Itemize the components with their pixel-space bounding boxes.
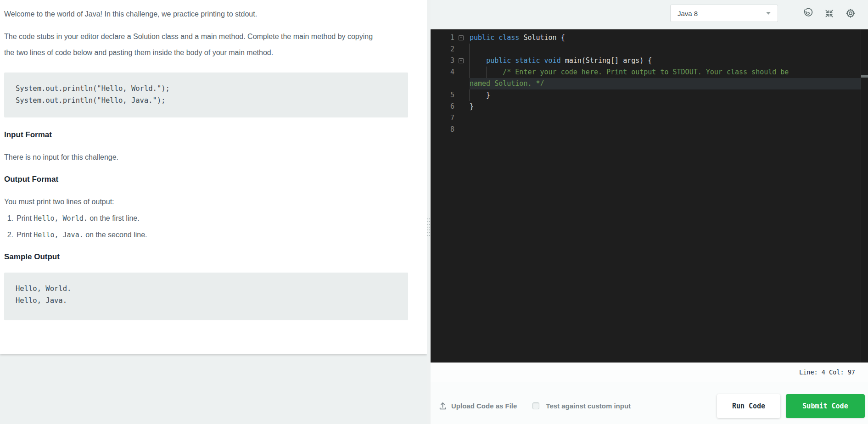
chevron-down-icon xyxy=(766,12,771,15)
list-item-text: Print Hello, World. on the first line. xyxy=(17,214,140,223)
gutter: 6 xyxy=(431,101,470,112)
output-format-intro: You must print two lines of output: xyxy=(4,197,408,206)
custom-input-toggle[interactable]: Test against custom input xyxy=(532,402,631,410)
list-item-number: 2. xyxy=(4,230,13,240)
code-line: 6} xyxy=(431,101,868,112)
language-dropdown[interactable]: Java 8 xyxy=(670,5,778,22)
editor-scrollbar[interactable] xyxy=(861,29,868,363)
fold-marker-icon[interactable] xyxy=(459,58,464,63)
input-format-text: There is no input for this challenge. xyxy=(4,153,408,162)
gutter: 8 xyxy=(431,124,470,135)
code-editor[interactable]: 1public class Solution {23 public static… xyxy=(431,29,868,363)
line-number: 3 xyxy=(431,55,454,67)
reset-code-icon xyxy=(802,8,813,19)
line-number: 2 xyxy=(431,44,454,55)
inline-code: Hello, World. xyxy=(34,214,87,223)
code-text: } xyxy=(470,102,474,111)
list-item: 1.Print Hello, World. on the first line. xyxy=(4,214,408,223)
upload-code-label: Upload Code as File xyxy=(451,402,517,410)
gear-icon xyxy=(845,8,856,19)
collapse-icon xyxy=(824,8,834,19)
code-snippet-block: System.out.println("Hello, World.");Syst… xyxy=(4,73,408,117)
code-text: } xyxy=(470,91,490,99)
input-format-heading: Input Format xyxy=(4,130,408,139)
code-line: System.out.println("Hello, World."); xyxy=(16,83,397,95)
editor-toolbar-icons xyxy=(792,8,856,19)
editor-statusbar: Line: 4 Col: 97 xyxy=(431,363,868,382)
code-line: 5 } xyxy=(431,89,868,101)
list-item-number: 1. xyxy=(4,214,13,223)
sample-output-heading: Sample Output xyxy=(4,252,408,262)
list-item-pre: Print xyxy=(17,214,34,222)
gutter: 1 xyxy=(431,32,470,44)
editor-toolbar: Java 8 xyxy=(431,0,868,29)
gutter xyxy=(431,78,470,89)
list-item-text: Print Hello, Java. on the second line. xyxy=(17,230,147,240)
line-number: 6 xyxy=(431,101,454,112)
upload-icon xyxy=(438,402,447,410)
code-line: 2 xyxy=(431,44,868,55)
code-line: 1public class Solution { xyxy=(431,32,868,44)
intro-paragraph: Welcome to the world of Java! In this ch… xyxy=(4,9,408,19)
inline-code: Hello, Java. xyxy=(34,231,83,239)
cursor-position-marker xyxy=(861,75,868,78)
line-number: 7 xyxy=(431,112,454,124)
list-item-post: on the first line. xyxy=(88,214,140,222)
custom-input-label: Test against custom input xyxy=(546,402,631,410)
editor-actionbar: Upload Code as File Test against custom … xyxy=(431,382,868,424)
gutter: 2 xyxy=(431,44,470,55)
code-line: System.out.println("Hello, Java."); xyxy=(16,95,397,106)
line-number: 4 xyxy=(431,67,454,78)
code-text: public class Solution { xyxy=(470,33,565,42)
list-item-post: on the second line. xyxy=(84,231,147,239)
code-line: Hello, World. xyxy=(16,283,397,295)
upload-code-button[interactable]: Upload Code as File xyxy=(438,402,517,410)
panel-resize-divider[interactable] xyxy=(427,0,431,424)
code-line: 3 public static void main(String[] args)… xyxy=(431,55,868,67)
line-number: 8 xyxy=(431,124,454,135)
settings-button[interactable] xyxy=(845,8,856,19)
code-line: 7 xyxy=(431,112,868,124)
gutter: 4 xyxy=(431,67,470,78)
reset-code-button[interactable] xyxy=(802,8,813,19)
code-text: /* Enter your code here. Print output to… xyxy=(470,68,789,76)
code-text: named Solution. */ xyxy=(470,79,544,88)
gutter: 5 xyxy=(431,89,470,101)
gutter: 3 xyxy=(431,55,470,67)
fold-marker-icon[interactable] xyxy=(459,35,464,40)
editor-column: Java 8 xyxy=(431,0,868,424)
line-number: 5 xyxy=(431,89,454,101)
code-line: 4 /* Enter your code here. Print output … xyxy=(431,67,868,78)
code-text: public static void main(String[] args) { xyxy=(470,56,652,65)
drag-handle-icon[interactable] xyxy=(427,218,430,238)
code-line: Hello, Java. xyxy=(16,295,397,307)
output-requirements-list: 1.Print Hello, World. on the first line.… xyxy=(4,214,408,240)
output-format-heading: Output Format xyxy=(4,175,408,184)
language-dropdown-value: Java 8 xyxy=(678,10,698,17)
collapse-editor-button[interactable] xyxy=(824,8,834,19)
challenge-screen: Welcome to the world of Java! In this ch… xyxy=(0,0,868,424)
problem-panel: Welcome to the world of Java! In this ch… xyxy=(0,0,427,354)
run-code-button[interactable]: Run Code xyxy=(717,394,780,418)
list-item-pre: Print xyxy=(17,231,34,239)
instructions-paragraph: The code stubs in your editor declare a … xyxy=(4,28,374,61)
editor-lines: 1public class Solution {23 public static… xyxy=(431,29,868,135)
submit-code-button[interactable]: Submit Code xyxy=(786,394,865,418)
cursor-position-text: Line: 4 Col: 97 xyxy=(799,368,855,376)
gutter: 7 xyxy=(431,112,470,124)
code-line: 8 xyxy=(431,124,868,135)
sample-output-block: Hello, World.Hello, Java. xyxy=(4,273,408,320)
list-item: 2.Print Hello, Java. on the second line. xyxy=(4,230,408,240)
custom-input-checkbox[interactable] xyxy=(532,402,539,409)
line-number: 1 xyxy=(431,32,454,44)
code-line: named Solution. */ xyxy=(431,78,861,89)
problem-column: Welcome to the world of Java! In this ch… xyxy=(0,0,427,424)
